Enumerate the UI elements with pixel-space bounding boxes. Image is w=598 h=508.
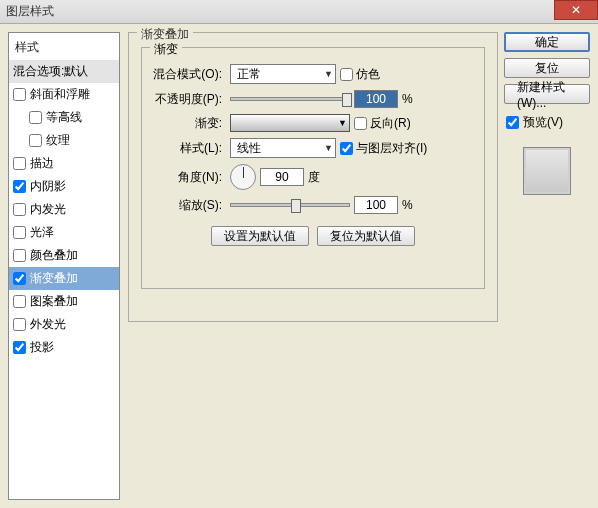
reverse-checkbox[interactable]: 反向(R) — [354, 115, 411, 132]
sidebar-item-label: 等高线 — [46, 109, 115, 126]
blend-mode-value: 正常 — [237, 66, 261, 83]
style-value: 线性 — [237, 140, 261, 157]
sidebar-item-label: 投影 — [30, 339, 115, 356]
angle-dial[interactable] — [230, 164, 256, 190]
angle-label: 角度(N): — [150, 169, 226, 186]
preview-swatch — [523, 147, 571, 195]
dither-input[interactable] — [340, 68, 353, 81]
main-panel: 渐变叠加 渐变 混合模式(O): 正常 ▼ 仿色 不透明度(P): — [124, 24, 502, 508]
scale-label: 缩放(S): — [150, 197, 226, 214]
blend-options-label: 混合选项:默认 — [13, 63, 115, 80]
sidebar-item-label: 内发光 — [30, 201, 115, 218]
style-select[interactable]: 线性 ▼ — [230, 138, 336, 158]
sidebar-item-6[interactable]: 光泽 — [9, 221, 119, 244]
align-input[interactable] — [340, 142, 353, 155]
chevron-down-icon: ▼ — [338, 118, 347, 128]
sidebar-checkbox[interactable] — [13, 226, 26, 239]
styles-sidebar: 样式 混合选项:默认 斜面和浮雕等高线纹理描边内阴影内发光光泽颜色叠加渐变叠加图… — [8, 32, 120, 500]
sidebar-item-label: 纹理 — [46, 132, 115, 149]
reset-default-button[interactable]: 复位为默认值 — [317, 226, 415, 246]
scale-thumb[interactable] — [291, 199, 301, 213]
right-panel: 确定 复位 新建样式(W)... 预览(V) — [502, 24, 598, 508]
angle-value[interactable]: 90 — [260, 168, 304, 186]
angle-unit: 度 — [308, 169, 320, 186]
cancel-button[interactable]: 复位 — [504, 58, 590, 78]
sidebar-checkbox[interactable] — [13, 249, 26, 262]
sidebar-item-8[interactable]: 渐变叠加 — [9, 267, 119, 290]
preview-input[interactable] — [506, 116, 519, 129]
sidebar-item-label: 图案叠加 — [30, 293, 115, 310]
scale-unit: % — [402, 198, 413, 212]
sidebar-item-label: 渐变叠加 — [30, 270, 115, 287]
sidebar-checkbox[interactable] — [29, 111, 42, 124]
reverse-label: 反向(R) — [370, 115, 411, 132]
sidebar-item-5[interactable]: 内发光 — [9, 198, 119, 221]
content: 样式 混合选项:默认 斜面和浮雕等高线纹理描边内阴影内发光光泽颜色叠加渐变叠加图… — [0, 24, 598, 508]
dither-checkbox[interactable]: 仿色 — [340, 66, 380, 83]
sidebar-checkbox[interactable] — [29, 134, 42, 147]
opacity-slider[interactable] — [230, 97, 350, 101]
sidebar-item-label: 描边 — [30, 155, 115, 172]
blend-mode-label: 混合模式(O): — [150, 66, 226, 83]
sidebar-item-label: 外发光 — [30, 316, 115, 333]
close-button[interactable]: ✕ — [554, 0, 598, 20]
close-icon: ✕ — [571, 3, 581, 17]
gradient-row: 渐变: ▼ 反向(R) — [150, 114, 476, 132]
chevron-down-icon: ▼ — [324, 143, 333, 153]
sidebar-item-1[interactable]: 等高线 — [9, 106, 119, 129]
sidebar-item-label: 光泽 — [30, 224, 115, 241]
sidebar-checkbox[interactable] — [13, 180, 26, 193]
sidebar-item-10[interactable]: 外发光 — [9, 313, 119, 336]
sidebar-item-2[interactable]: 纹理 — [9, 129, 119, 152]
sidebar-checkbox[interactable] — [13, 318, 26, 331]
sidebar-item-11[interactable]: 投影 — [9, 336, 119, 359]
preview-checkbox[interactable]: 预览(V) — [504, 110, 590, 135]
sidebar-item-3[interactable]: 描边 — [9, 152, 119, 175]
sidebar-checkbox[interactable] — [13, 341, 26, 354]
opacity-label: 不透明度(P): — [150, 91, 226, 108]
sidebar-header: 样式 — [9, 35, 119, 60]
sidebar-checkbox[interactable] — [13, 272, 26, 285]
gradient-overlay-group: 渐变叠加 渐变 混合模式(O): 正常 ▼ 仿色 不透明度(P): — [128, 32, 498, 322]
gradient-label: 渐变: — [150, 115, 226, 132]
sidebar-item-0[interactable]: 斜面和浮雕 — [9, 83, 119, 106]
sidebar-checkbox[interactable] — [13, 295, 26, 308]
align-checkbox[interactable]: 与图层对齐(I) — [340, 140, 427, 157]
style-label: 样式(L): — [150, 140, 226, 157]
window-title: 图层样式 — [6, 3, 54, 20]
sidebar-checkbox[interactable] — [13, 157, 26, 170]
default-buttons-row: 设置为默认值 复位为默认值 — [150, 226, 476, 246]
preview-label: 预览(V) — [523, 114, 563, 131]
sidebar-item-7[interactable]: 颜色叠加 — [9, 244, 119, 267]
scale-value[interactable]: 100 — [354, 196, 398, 214]
sidebar-item-9[interactable]: 图案叠加 — [9, 290, 119, 313]
sidebar-item-label: 颜色叠加 — [30, 247, 115, 264]
sidebar-item-label: 斜面和浮雕 — [30, 86, 115, 103]
gradient-inner-group: 渐变 混合模式(O): 正常 ▼ 仿色 不透明度(P): — [141, 47, 485, 289]
ok-button[interactable]: 确定 — [504, 32, 590, 52]
opacity-row: 不透明度(P): 100 % — [150, 90, 476, 108]
scale-slider[interactable] — [230, 203, 350, 207]
sidebar-checkbox[interactable] — [13, 88, 26, 101]
reverse-input[interactable] — [354, 117, 367, 130]
scale-row: 缩放(S): 100 % — [150, 196, 476, 214]
dither-label: 仿色 — [356, 66, 380, 83]
gradient-picker[interactable]: ▼ — [230, 114, 350, 132]
opacity-thumb[interactable] — [342, 93, 352, 107]
sidebar-checkbox[interactable] — [13, 203, 26, 216]
sidebar-item-4[interactable]: 内阴影 — [9, 175, 119, 198]
blend-options-item[interactable]: 混合选项:默认 — [9, 60, 119, 83]
blend-mode-row: 混合模式(O): 正常 ▼ 仿色 — [150, 64, 476, 84]
new-style-button[interactable]: 新建样式(W)... — [504, 84, 590, 104]
sidebar-item-label: 内阴影 — [30, 178, 115, 195]
blend-mode-select[interactable]: 正常 ▼ — [230, 64, 336, 84]
titlebar: 图层样式 ✕ — [0, 0, 598, 24]
opacity-value[interactable]: 100 — [354, 90, 398, 108]
style-row: 样式(L): 线性 ▼ 与图层对齐(I) — [150, 138, 476, 158]
set-default-button[interactable]: 设置为默认值 — [211, 226, 309, 246]
inner-legend: 渐变 — [150, 41, 182, 58]
align-label: 与图层对齐(I) — [356, 140, 427, 157]
chevron-down-icon: ▼ — [324, 69, 333, 79]
opacity-unit: % — [402, 92, 413, 106]
angle-row: 角度(N): 90 度 — [150, 164, 476, 190]
